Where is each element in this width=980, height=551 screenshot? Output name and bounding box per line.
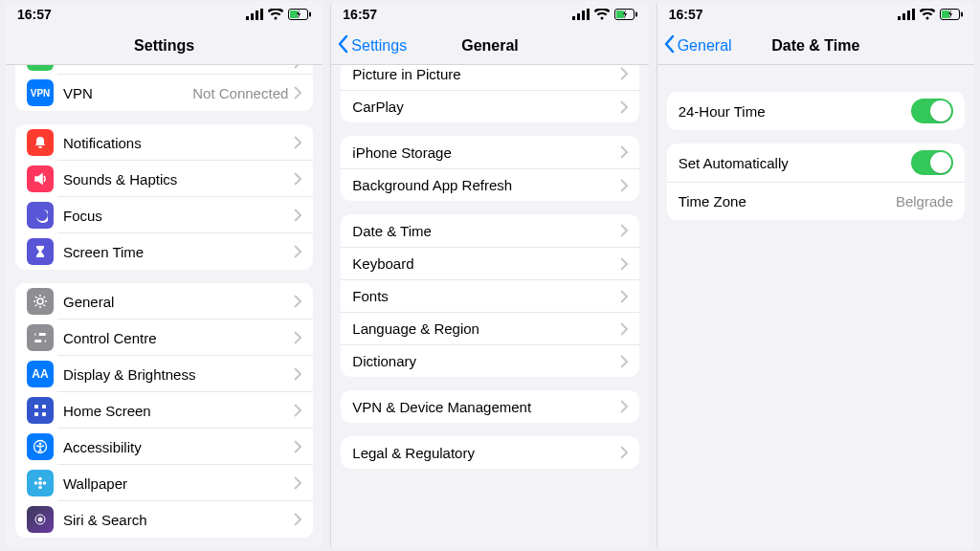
gear-icon	[27, 288, 54, 315]
status-bar: 16:57	[331, 2, 648, 27]
datetime-row-timezone[interactable]: Time Zone Belgrade	[667, 182, 965, 220]
svg-rect-32	[898, 16, 901, 20]
svg-point-24	[38, 518, 43, 522]
svg-point-17	[39, 443, 42, 446]
settings-row-focus[interactable]: Focus	[15, 197, 313, 233]
general-row-vpn-mgmt[interactable]: VPN & Device Management	[341, 390, 638, 423]
status-bar: 16:57	[6, 2, 323, 27]
person-icon	[27, 433, 54, 460]
row-label: Language & Region	[352, 320, 619, 337]
chevron-right-icon	[294, 172, 301, 186]
general-section-d: VPN & Device Management	[341, 390, 638, 423]
back-label: Settings	[351, 37, 407, 55]
chevron-right-icon	[620, 257, 628, 271]
settings-row-label: Focus	[63, 208, 294, 224]
chevron-right-icon	[294, 440, 301, 453]
svg-rect-33	[902, 13, 905, 20]
chevron-right-icon	[620, 400, 628, 413]
settings-row-label: Siri & Search	[63, 512, 294, 528]
general-row-storage[interactable]: iPhone Storage	[341, 136, 638, 168]
settings-row-label: VPN	[63, 85, 192, 101]
general-section-a: Picture in Picture CarPlay	[341, 65, 638, 122]
settings-row-notifications[interactable]: Notifications	[15, 124, 313, 161]
settings-row-siri[interactable]: Siri & Search	[15, 501, 313, 538]
svg-point-10	[35, 333, 39, 337]
datetime-row-auto[interactable]: Set Automatically	[667, 143, 965, 182]
settings-row-sounds[interactable]: Sounds & Haptics	[15, 161, 313, 197]
nav-title: Date & Time	[771, 37, 859, 55]
chevron-right-icon	[620, 224, 628, 237]
moon-icon	[27, 202, 54, 229]
general-row-bgrefresh[interactable]: Background App Refresh	[341, 168, 638, 201]
nav-title: Settings	[134, 37, 194, 55]
settings-row-label: Control Centre	[63, 330, 294, 346]
row-label: Fonts	[352, 288, 619, 304]
cellular-icon	[898, 9, 915, 20]
svg-point-19	[38, 477, 42, 481]
chevron-right-icon	[294, 209, 301, 222]
svg-rect-13	[42, 405, 46, 408]
chevron-right-icon	[294, 65, 301, 69]
settings-row-label: Display & Brightness	[63, 366, 294, 383]
general-section-b: iPhone Storage Background App Refresh	[341, 136, 638, 201]
settings-section-general: General Control Centre AA Display & Brig…	[15, 283, 313, 538]
back-button[interactable]: Settings	[337, 27, 407, 64]
battery-charging-icon	[614, 9, 637, 20]
settings-section-network: VPN VPN Not Connected	[15, 65, 313, 111]
svg-point-21	[34, 481, 38, 485]
settings-row-homescreen[interactable]: Home Screen	[15, 392, 313, 429]
row-label: Time Zone	[679, 193, 896, 209]
settings-row-display[interactable]: AA Display & Brightness	[15, 356, 313, 392]
general-pane: 16:57 Settings General Picture in Pictur…	[330, 2, 648, 549]
chevron-right-icon	[294, 476, 301, 490]
chevron-right-icon	[294, 367, 301, 381]
svg-rect-2	[256, 11, 258, 20]
settings-row-screentime[interactable]: Screen Time	[15, 233, 313, 270]
general-row-legal[interactable]: Legal & Regulatory	[341, 436, 638, 469]
general-row-datetime[interactable]: Date & Time	[341, 214, 638, 247]
general-row-fonts[interactable]: Fonts	[341, 279, 638, 312]
status-time: 16:57	[17, 7, 52, 22]
back-button[interactable]: General	[663, 27, 732, 64]
svg-rect-5	[309, 12, 311, 17]
settings-row-wallpaper[interactable]: Wallpaper	[15, 465, 313, 501]
chevron-left-icon	[663, 34, 675, 57]
svg-rect-28	[587, 9, 590, 20]
general-row-carplay[interactable]: CarPlay	[341, 90, 638, 122]
svg-rect-6	[290, 11, 298, 18]
general-row-language[interactable]: Language & Region	[341, 312, 638, 344]
settings-row-label: Home Screen	[63, 403, 294, 419]
toggle-24h[interactable]	[911, 99, 953, 123]
settings-row-label: Accessibility	[63, 439, 294, 455]
row-label: Date & Time	[352, 223, 619, 239]
settings-row-accessibility[interactable]: Accessibility	[15, 429, 313, 465]
settings-row-vpn[interactable]: VPN VPN Not Connected	[15, 75, 313, 111]
chevron-right-icon	[294, 513, 301, 526]
row-label: Background App Refresh	[352, 177, 619, 193]
status-time: 16:57	[669, 7, 703, 22]
chevron-right-icon	[620, 100, 628, 114]
settings-row-controlcentre[interactable]: Control Centre	[15, 320, 313, 356]
nav-bar: General Date & Time	[657, 27, 974, 65]
general-row-keyboard[interactable]: Keyboard	[341, 247, 638, 279]
row-label: 24-Hour Time	[679, 103, 911, 120]
chevron-right-icon	[620, 290, 628, 303]
phone-icon	[27, 65, 54, 71]
row-label: Dictionary	[352, 353, 619, 369]
toggle-auto[interactable]	[911, 150, 953, 175]
row-value: Belgrade	[896, 193, 953, 209]
battery-charging-icon	[288, 9, 311, 20]
row-label: VPN & Device Management	[352, 399, 619, 415]
datetime-row-24h[interactable]: 24-Hour Time	[667, 92, 965, 130]
settings-row-general[interactable]: General	[15, 283, 313, 320]
svg-point-7	[37, 298, 43, 304]
svg-point-20	[38, 486, 42, 490]
datetime-pane: 16:57 General Date & Time 24-Hour Time S…	[657, 2, 974, 549]
settings-row-value: Not Connected	[192, 85, 288, 101]
chevron-right-icon	[294, 245, 301, 258]
row-label: iPhone Storage	[352, 144, 619, 161]
general-row-pip[interactable]: Picture in Picture	[341, 65, 638, 90]
row-label: Legal & Regulatory	[352, 445, 619, 461]
general-row-dictionary[interactable]: Dictionary	[341, 344, 638, 377]
grid-icon	[27, 397, 54, 424]
